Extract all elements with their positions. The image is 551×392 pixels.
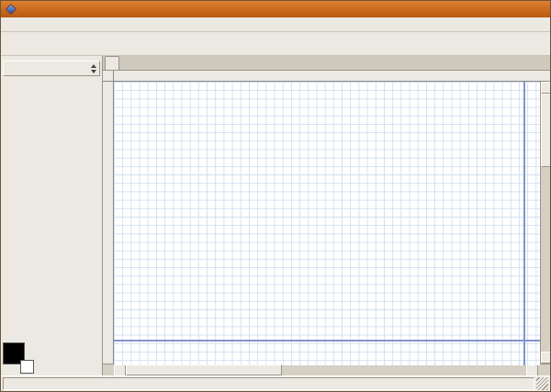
sheet-selector-arrows[interactable]	[91, 64, 99, 73]
vertical-scrollbar[interactable]	[540, 82, 551, 364]
ruler-row	[103, 71, 550, 82]
horizontal-scrollbar[interactable]	[103, 364, 550, 375]
spin-down-icon[interactable]	[91, 70, 96, 73]
scroll-up-button[interactable]	[541, 82, 551, 94]
status-frame	[3, 377, 534, 390]
menu-bar	[1, 17, 550, 32]
tab-bar	[103, 56, 550, 71]
vertical-ruler	[103, 82, 114, 364]
horizontal-scroll-track[interactable]	[126, 364, 526, 375]
vertical-scroll-track[interactable]	[541, 94, 551, 352]
ruler-corner	[103, 71, 114, 82]
toolbar	[1, 32, 550, 56]
diagram-canvas[interactable]	[114, 82, 540, 365]
connection-lines	[114, 82, 540, 365]
line-width-selector	[38, 342, 100, 374]
ruler-fill	[540, 71, 550, 82]
scroll-down-button[interactable]	[541, 352, 551, 364]
status-bar	[1, 375, 550, 391]
horizontal-ruler	[114, 71, 540, 82]
hscroll-left-corner	[103, 364, 114, 375]
spin-up-icon[interactable]	[91, 64, 96, 68]
background-color-swatch[interactable]	[20, 360, 34, 374]
horizontal-scroll-thumb[interactable]	[126, 364, 282, 375]
canvas-area	[103, 56, 550, 375]
diagram-tab[interactable]	[105, 56, 119, 70]
app-icon	[6, 4, 17, 15]
app-window	[0, 0, 551, 392]
main-area	[1, 56, 550, 375]
toolbox-bottom	[3, 342, 100, 374]
sheet-selector[interactable]	[3, 61, 100, 76]
toolbox-panel	[1, 56, 103, 375]
color-swatch[interactable]	[3, 342, 34, 374]
resize-grip[interactable]	[536, 377, 548, 390]
title-bar[interactable]	[1, 1, 550, 17]
vertical-scroll-thumb[interactable]	[541, 94, 551, 167]
hscroll-right-corner	[538, 364, 550, 375]
canvas-row	[103, 82, 550, 364]
